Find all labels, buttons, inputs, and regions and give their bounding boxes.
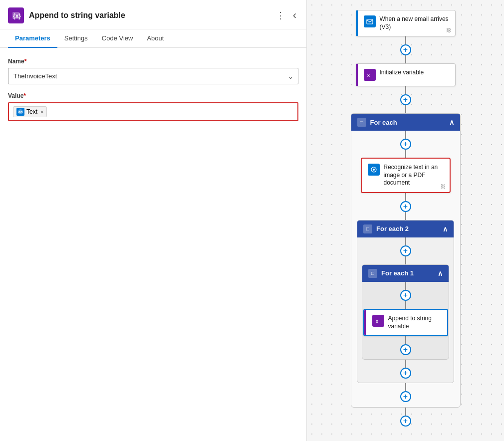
foreach2-header-left: □ For each 2: [363, 224, 409, 233]
recognize-icon: [368, 164, 380, 176]
append-string-node[interactable]: x Append to string variable: [363, 309, 448, 336]
flow-container: When a new email arrives (V3) ⛓ + x Init…: [351, 10, 461, 427]
tab-parameters[interactable]: Parameters: [8, 29, 57, 48]
connector-6: [405, 150, 406, 158]
foreach2-icon: □: [363, 224, 372, 233]
tab-about[interactable]: About: [140, 29, 171, 48]
foreach1-label: For each 1: [381, 269, 414, 277]
name-label: Name*: [8, 58, 298, 65]
recognize-link-icon: ⛓: [441, 184, 446, 189]
email-node[interactable]: When a new email arrives (V3) ⛓: [356, 10, 456, 36]
token-text: Text: [26, 108, 37, 115]
add-step-3[interactable]: +: [400, 139, 411, 150]
foreach2-header[interactable]: □ For each 2 ∧: [357, 220, 454, 237]
svg-point-7: [373, 169, 375, 171]
connector-1: [405, 36, 406, 44]
connector-12: [405, 301, 406, 309]
connector-7: [405, 193, 406, 201]
foreach-header-left: □ For each: [357, 118, 397, 127]
text-token: ab Text ×: [13, 106, 47, 117]
connector-2: [405, 55, 406, 63]
add-step-10[interactable]: +: [400, 416, 411, 427]
foreach-label: For each: [370, 119, 397, 126]
value-label: Value*: [8, 92, 298, 99]
connector-16: [405, 408, 406, 416]
value-field[interactable]: ab Text ×: [8, 102, 298, 121]
append-icon: x: [372, 315, 384, 327]
connector-11: [405, 282, 406, 290]
left-panel: {x} Append to string variable ⋮ ‹ Parame…: [0, 0, 307, 441]
connector-14: [405, 360, 406, 368]
name-select-wrapper: TheInvoiceText ⌄: [8, 68, 298, 84]
add-step-4[interactable]: +: [400, 201, 411, 212]
right-panel: When a new email arrives (V3) ⛓ + x Init…: [307, 0, 504, 441]
add-step-9[interactable]: +: [400, 391, 411, 402]
dots-vertical-icon: ⋮: [276, 10, 285, 21]
svg-text:{x}: {x}: [13, 12, 21, 19]
connector-8: [405, 212, 406, 220]
foreach-collapse-button[interactable]: ∧: [449, 118, 454, 126]
tab-code-view[interactable]: Code View: [95, 29, 140, 48]
svg-text:ab: ab: [18, 110, 22, 114]
close-panel-button[interactable]: ‹: [291, 7, 298, 24]
foreach2-label: For each 2: [376, 225, 409, 232]
more-options-button[interactable]: ⋮: [274, 8, 287, 23]
foreach1-header-left: □ For each 1: [368, 269, 414, 278]
tabs-bar: Parameters Settings Code View About: [0, 29, 306, 48]
panel-header: {x} Append to string variable ⋮ ‹: [0, 0, 306, 29]
svg-text:x: x: [367, 73, 370, 78]
add-step-1[interactable]: +: [400, 44, 411, 55]
foreach2-collapse-button[interactable]: ∧: [443, 225, 448, 233]
foreach2-container: □ For each 2 ∧ + □ For each 1 ∧: [357, 220, 454, 383]
connector-4: [405, 105, 406, 113]
foreach-header[interactable]: □ For each ∧: [351, 114, 460, 131]
panel-icon: {x}: [8, 7, 24, 23]
svg-text:x: x: [376, 319, 378, 324]
foreach-container: □ For each ∧ + Recognize text in an imag…: [351, 113, 461, 408]
variable-icon: x: [364, 69, 376, 81]
add-step-5[interactable]: +: [400, 245, 411, 256]
email-icon: [364, 15, 376, 27]
connector-15: [405, 383, 406, 391]
foreach1-icon: □: [368, 269, 377, 278]
connector-13: [405, 336, 406, 344]
foreach1-collapse-button[interactable]: ∧: [438, 269, 443, 277]
add-step-7[interactable]: +: [400, 344, 411, 355]
token-close-button[interactable]: ×: [40, 109, 43, 115]
panel-title: Append to string variable: [29, 11, 269, 20]
panel-body: Name* TheInvoiceText ⌄ Value* ab Text ×: [0, 48, 306, 441]
foreach1-header[interactable]: □ For each 1 ∧: [362, 265, 449, 282]
token-icon: ab: [16, 108, 24, 116]
foreach-icon: □: [357, 118, 366, 127]
connector-5: [405, 131, 406, 139]
add-step-2[interactable]: +: [400, 94, 411, 105]
chevron-left-icon: ‹: [293, 9, 296, 22]
name-select[interactable]: TheInvoiceText: [8, 68, 298, 84]
recognize-node[interactable]: Recognize text in an image or a PDF docu…: [361, 158, 451, 193]
header-actions: ⋮ ‹: [274, 7, 298, 24]
add-step-8[interactable]: +: [400, 368, 411, 379]
connector-9: [405, 237, 406, 245]
recognize-node-text: Recognize text in an image or a PDF docu…: [384, 164, 444, 187]
init-variable-node[interactable]: x Initialize variable: [356, 63, 456, 86]
append-node-text: Append to string variable: [388, 315, 441, 330]
init-node-text: Initialize variable: [380, 69, 424, 77]
tab-settings[interactable]: Settings: [57, 29, 95, 48]
link-icon: ⛓: [446, 27, 451, 33]
connector-3: [405, 86, 406, 94]
connector-10: [405, 256, 406, 264]
foreach1-container: □ For each 1 ∧ + x: [362, 264, 449, 360]
add-step-6[interactable]: +: [400, 290, 411, 301]
email-node-text: When a new email arrives (V3): [380, 15, 449, 31]
